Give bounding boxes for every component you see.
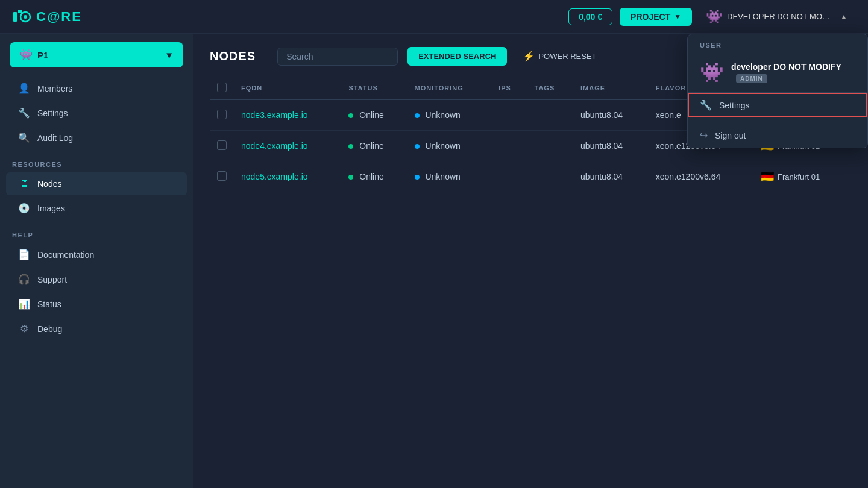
sidebar-item-label: Documentation [37,250,94,260]
node-status-1: Online [341,131,407,161]
table-row: node5.example.io Online Unknown ubuntu8.… [210,161,851,192]
project-label: PROJECT [631,12,670,22]
node-ips-2 [491,161,527,192]
dropdown-user-header: 👾 developer DO NOT MODIFY ADMIN [688,51,867,93]
sidebar-item-status[interactable]: 📊 Status [6,292,187,316]
page-title: NODES [210,49,256,63]
logo-area: C@RE [0,7,193,27]
sidebar-item-members[interactable]: 👤 Members [6,77,187,100]
search-input[interactable] [286,52,389,61]
sidebar: 👾 P1 ▼ 👤 Members 🔧 Settings 🔍 Audit Log … [0,34,193,488]
node-ips-0 [491,100,527,131]
members-icon: 👤 [18,83,30,94]
power-reset-icon: ⚡ [523,51,535,62]
col-monitoring: MONITORING [407,77,492,100]
sidebar-item-images[interactable]: 💿 Images [6,196,187,220]
sidebar-item-label: Debug [37,324,62,334]
node-monitoring-0: Unknown [407,100,492,131]
dropdown-signout-label: Sign out [715,131,746,140]
node-status-0: Online [341,100,407,131]
status-dot-online-0 [348,113,353,118]
balance-button[interactable]: 0,00 € [568,8,612,25]
project-selector[interactable]: 👾 P1 ▼ [10,42,183,67]
admin-badge: ADMIN [736,74,767,83]
support-icon: 🎧 [18,274,30,285]
monitoring-dot-0 [415,113,420,118]
help-section-label: HELP [0,221,193,242]
sidebar-item-label: Members [37,84,72,93]
documentation-icon: 📄 [18,249,30,260]
user-chevron-icon: ▲ [840,13,848,21]
signout-icon: ↪ [700,130,708,141]
nodes-icon: 🖥 [18,178,30,189]
node-image-1: ubuntu8.04 [573,131,649,161]
dropdown-settings-label: Settings [719,101,750,110]
sidebar-item-settings[interactable]: 🔧 Settings [6,101,187,125]
node-tags-0 [527,100,574,131]
settings-sidebar-icon: 🔧 [18,107,30,119]
node-fqdn-0[interactable]: node3.example.io [241,110,308,120]
header-right: 0,00 € PROJECT ▼ 👾 DEVELOPER DO NOT MODI… [568,6,854,28]
monitoring-dot-2 [415,175,420,180]
user-menu-button[interactable]: 👾 DEVELOPER DO NOT MODI... ▲ [699,6,854,28]
node-fqdn-1[interactable]: node4.example.io [241,141,308,151]
sidebar-item-debug[interactable]: ⚙ Debug [6,317,187,340]
sidebar-item-support[interactable]: 🎧 Support [6,267,187,291]
sidebar-item-audit-log[interactable]: 🔍 Audit Log [6,126,187,149]
power-reset-label: POWER RESET [538,52,596,61]
sidebar-item-label: Audit Log [37,133,73,143]
node-image-2: ubuntu8.04 [573,161,649,192]
user-dropdown-menu: USER 👾 developer DO NOT MODIFY ADMIN 🔧 S… [687,34,868,148]
row-checkbox-2[interactable] [217,171,227,181]
dropdown-divider [688,120,867,120]
settings-icon: 🔧 [700,99,712,111]
audit-log-icon: 🔍 [18,132,30,143]
node-tags-1 [527,131,574,161]
sidebar-item-label: Images [37,204,65,213]
sidebar-item-documentation[interactable]: 📄 Documentation [6,243,187,266]
node-flavor-2: xeon.e1200v6.64 [649,161,753,192]
node-tags-2 [527,161,574,192]
project-button[interactable]: PROJECT ▼ [620,8,692,26]
search-box [277,48,398,66]
dropdown-avatar-icon: 👾 [700,61,724,84]
row-checkbox-1[interactable] [217,140,227,150]
node-location-2: 🇩🇪 Frankfurt 01 [753,161,851,192]
project-selector-icon: 👾 [19,48,33,61]
dropdown-settings-item[interactable]: 🔧 Settings [688,93,867,117]
sidebar-item-label: Settings [37,108,68,118]
status-dot-online-2 [348,175,353,180]
dropdown-signout-item[interactable]: ↪ Sign out [688,123,867,148]
col-tags: TAGS [527,77,574,100]
node-image-0: ubuntu8.04 [573,100,649,131]
project-selector-chevron: ▼ [165,50,174,60]
dropdown-section-label: USER [688,34,867,51]
sidebar-item-nodes[interactable]: 🖥 Nodes [6,172,187,195]
col-fqdn: FQDN [234,77,341,100]
col-status: STATUS [341,77,407,100]
monitoring-dot-1 [415,144,420,149]
svg-point-3 [24,15,27,19]
project-chevron-icon: ▼ [674,13,681,21]
dropdown-user-name: developer DO NOT MODIFY [731,62,841,72]
project-selector-left: 👾 P1 [19,48,48,61]
select-all-checkbox[interactable] [217,83,227,92]
power-reset-button[interactable]: ⚡ POWER RESET [517,46,602,67]
debug-icon: ⚙ [18,323,30,334]
project-selector-name: P1 [37,50,48,60]
status-icon: 📊 [18,298,30,310]
node-monitoring-2: Unknown [407,161,492,192]
logo-icon [12,7,31,27]
logo-text: C@RE [36,9,82,25]
status-dot-online-1 [348,144,353,149]
svg-rect-1 [18,10,22,13]
node-ips-1 [491,131,527,161]
sidebar-item-label: Status [37,299,61,309]
top-header: C@RE 0,00 € PROJECT ▼ 👾 DEVELOPER DO NOT… [0,0,868,34]
user-name-label: DEVELOPER DO NOT MODI... [727,12,835,21]
sidebar-item-label: Support [37,275,67,284]
extended-search-button[interactable]: EXTENDED SEARCH [407,47,507,66]
row-checkbox-0[interactable] [217,110,227,119]
node-fqdn-2[interactable]: node5.example.io [241,172,308,181]
sidebar-item-label: Nodes [37,179,61,189]
